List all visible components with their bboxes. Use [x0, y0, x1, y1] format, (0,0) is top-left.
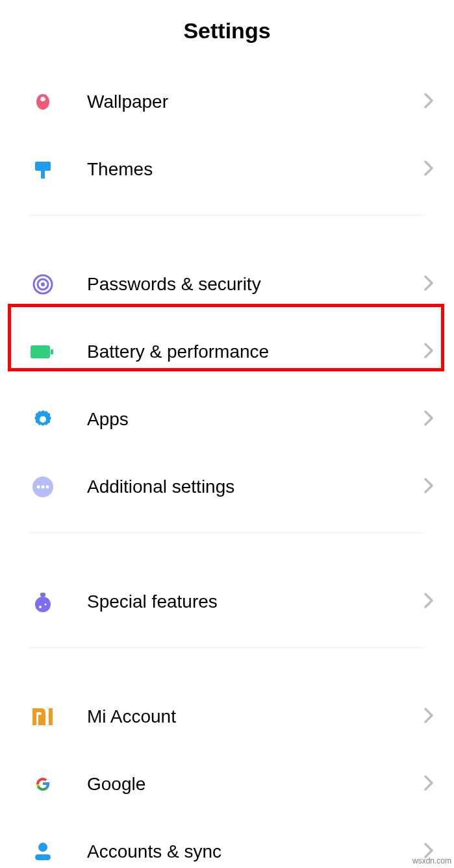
row-label: Special features: [87, 591, 423, 612]
svg-rect-12: [40, 593, 45, 597]
fingerprint-icon: [29, 270, 57, 299]
svg-point-11: [46, 486, 49, 489]
chevron-right-icon: [423, 159, 435, 180]
row-label: Wallpaper: [87, 92, 423, 112]
svg-point-7: [40, 416, 46, 423]
themes-icon: [29, 155, 57, 184]
svg-point-18: [38, 843, 47, 852]
settings-row-accounts-sync[interactable]: Accounts & sync: [0, 818, 454, 868]
svg-point-15: [45, 604, 47, 606]
svg-point-10: [42, 486, 45, 489]
svg-point-14: [39, 606, 42, 608]
page-title: Settings: [0, 18, 454, 43]
section-divider: [29, 532, 425, 533]
svg-rect-17: [49, 708, 53, 725]
section-divider: [29, 215, 425, 216]
google-logo-icon: [29, 770, 57, 799]
chevron-right-icon: [423, 409, 435, 430]
settings-row-battery[interactable]: Battery & performance: [0, 318, 454, 386]
svg-rect-5: [31, 345, 50, 358]
gear-icon: [29, 405, 57, 434]
page-header: Settings: [0, 0, 454, 68]
row-label: Battery & performance: [87, 341, 423, 362]
mi-logo-icon: [29, 702, 57, 731]
chevron-right-icon: [423, 92, 435, 112]
more-icon: [29, 473, 57, 501]
svg-point-4: [41, 282, 45, 286]
settings-row-themes[interactable]: Themes: [0, 136, 454, 203]
row-label: Accounts & sync: [87, 841, 423, 862]
chevron-right-icon: [423, 774, 435, 795]
svg-rect-16: [38, 715, 42, 725]
chevron-right-icon: [423, 591, 435, 612]
section-divider: [29, 647, 425, 648]
svg-rect-0: [35, 162, 51, 171]
settings-row-special[interactable]: Special features: [0, 568, 454, 636]
row-label: Apps: [87, 409, 423, 430]
chevron-right-icon: [423, 706, 435, 727]
account-icon: [29, 837, 57, 866]
flask-icon: [29, 588, 57, 616]
settings-row-mi-account[interactable]: Mi Account: [0, 683, 454, 750]
row-label: Additional settings: [87, 477, 423, 497]
settings-row-wallpaper[interactable]: Wallpaper: [0, 68, 454, 136]
row-label: Themes: [87, 159, 423, 180]
svg-rect-1: [41, 171, 45, 179]
chevron-right-icon: [423, 341, 435, 362]
battery-icon: [29, 338, 57, 366]
svg-point-13: [35, 597, 51, 612]
row-label: Passwords & security: [87, 274, 423, 295]
chevron-right-icon: [423, 274, 435, 295]
chevron-right-icon: [423, 477, 435, 497]
settings-row-apps[interactable]: Apps: [0, 386, 454, 453]
svg-rect-19: [35, 854, 51, 860]
row-label: Google: [87, 774, 423, 795]
row-label: Mi Account: [87, 706, 423, 727]
settings-row-additional[interactable]: Additional settings: [0, 453, 454, 521]
wallpaper-icon: [29, 88, 57, 116]
settings-row-google[interactable]: Google: [0, 750, 454, 818]
svg-rect-6: [51, 349, 53, 354]
svg-point-9: [37, 486, 40, 489]
watermark: wsxdn.com: [412, 856, 451, 865]
settings-row-passwords[interactable]: Passwords & security: [0, 251, 454, 318]
